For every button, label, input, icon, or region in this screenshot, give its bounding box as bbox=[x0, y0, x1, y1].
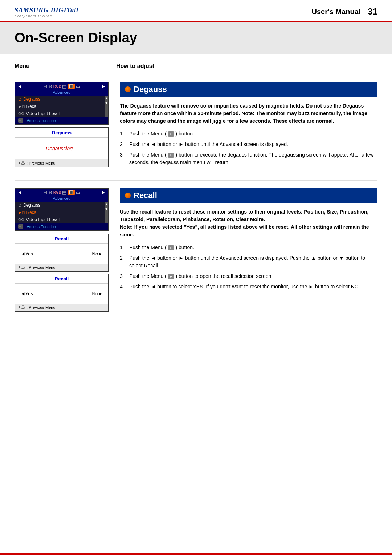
recall-osd-top-icon-bar: ◄ ⊞ ⊕ RGB ▤ 🔳 ▭ ► bbox=[15, 189, 108, 196]
recall-prev-icon-1: +🕹 bbox=[18, 265, 25, 270]
recall-description-bold-text: Use the recall feature to reset these mo… bbox=[120, 209, 368, 222]
osd-access-function: ↵ : Access Function bbox=[15, 117, 108, 124]
degauss-sub-footer: +🕹 : Previous Menu bbox=[15, 159, 108, 167]
main-content: ◄ ⊞ ⊕ RGB ▤ 🔳 ▭ ► Advanced bbox=[0, 74, 392, 332]
degauss-left-panel: ◄ ⊞ ⊕ RGB ▤ 🔳 ▭ ► Advanced bbox=[15, 82, 109, 169]
recall-step-2: 2 Push the ◄ button or ► button until th… bbox=[120, 254, 377, 270]
recall-osd-icons-group: ⊞ ⊕ RGB ▤ 🔳 ▭ bbox=[43, 190, 81, 195]
osd-item-video-label: Video Input Level bbox=[26, 111, 60, 116]
osd-items-container: ⊙ Degauss ►□ Recall ΩΩ Video Input Level bbox=[15, 96, 105, 117]
recall-yes-1[interactable]: ◄Yes bbox=[21, 251, 33, 256]
recall-osd-item-degauss-label: Degauss bbox=[23, 203, 40, 208]
degauss-step-2: 2 Push the ◄ button or ► button until th… bbox=[120, 141, 377, 148]
page-title: On-Screen Display bbox=[15, 30, 377, 46]
page-header: SAMSUNG DIGITall everyone's invited User… bbox=[0, 0, 392, 22]
column-headers: Menu How to adjust bbox=[0, 58, 392, 74]
recall-osd-item-degauss[interactable]: ⊙ Degauss bbox=[15, 202, 105, 209]
recall-step-3: 3 Push the Menu ( ↵ ) button to open the… bbox=[120, 272, 377, 280]
osd-icon-circle: ⊕ bbox=[48, 84, 52, 89]
osd-item-degauss[interactable]: ⊙ Degauss bbox=[15, 96, 105, 103]
recall-step-4: 4 Push the ◄ button to select YES. If yo… bbox=[120, 283, 377, 291]
recall-osd-item-video-input[interactable]: ΩΩ Video Input Level bbox=[15, 216, 105, 223]
col-how-label: How to adjust bbox=[116, 63, 377, 69]
recall-step-text-4: Push the ◄ button to select YES. If you … bbox=[129, 283, 360, 291]
degauss-osd-menu: ◄ ⊞ ⊕ RGB ▤ 🔳 ▭ ► Advanced bbox=[15, 82, 109, 125]
recall-step-num-4: 4 bbox=[120, 283, 126, 291]
recall-arrow-left-icon[interactable]: ◄ bbox=[17, 190, 22, 195]
recall-section-row: ◄ ⊞ ⊕ RGB ▤ 🔳 ▭ ► Advanced ⊙ bbox=[15, 188, 377, 313]
recall-arrow-right-icon[interactable]: ► bbox=[101, 190, 106, 195]
degauss-sub-box: Degauss Degaussing… +🕹 : Previous Menu bbox=[15, 127, 109, 167]
recall-osd-item-recall[interactable]: ►□ Recall bbox=[15, 209, 105, 216]
recall-osd-item-degauss-icon: ⊙ bbox=[18, 203, 21, 208]
osd-icons-group: ⊞ ⊕ RGB ▤ 🔳 ▭ bbox=[43, 84, 81, 89]
prev-menu-label: : Previous Menu bbox=[26, 161, 55, 165]
degauss-sub-text: Degaussing… bbox=[46, 146, 78, 151]
osd-item-recall[interactable]: ►□ Recall bbox=[15, 103, 105, 110]
recall-scroll-up-icon[interactable]: ▲ bbox=[105, 202, 108, 206]
recall-no-2[interactable]: No► bbox=[92, 291, 103, 296]
recall-access-icon: ↵ bbox=[18, 224, 23, 229]
step-text-2: Push the ◄ button or ► button until the … bbox=[129, 141, 288, 148]
page-title-section: On-Screen Display bbox=[0, 22, 392, 54]
degauss-description: The Degauss feature will remove color im… bbox=[120, 102, 377, 125]
logo-area: SAMSUNG DIGITall everyone's invited bbox=[15, 7, 78, 18]
osd-icon-active: 🔳 bbox=[68, 84, 75, 89]
recall-osd-icon-circle: ⊕ bbox=[48, 190, 52, 195]
recall-osd-access-label: : Access Function bbox=[25, 224, 56, 229]
recall-osd-icon-box: ▭ bbox=[76, 190, 80, 195]
recall-osd-menu: ◄ ⊞ ⊕ RGB ▤ 🔳 ▭ ► Advanced ⊙ bbox=[15, 188, 109, 231]
osd-scrollbar-area: ⊙ Degauss ►□ Recall ΩΩ Video Input Level bbox=[15, 96, 108, 117]
step-num-3: 3 bbox=[120, 151, 126, 166]
recall-sub-title-1: Recall bbox=[15, 234, 108, 244]
step-text-1: Push the Menu ( ↵ ) button. bbox=[129, 130, 194, 138]
recall-no-1[interactable]: No► bbox=[92, 251, 103, 256]
prev-menu-icon: +🕹 bbox=[18, 161, 25, 166]
osd-item-degauss-label: Degauss bbox=[23, 97, 40, 102]
recall-heading-label: Recall bbox=[134, 191, 157, 200]
degauss-steps: 1 Push the Menu ( ↵ ) button. 2 Push the… bbox=[120, 130, 377, 166]
step-num-2: 2 bbox=[120, 141, 126, 148]
degauss-right-panel: Degauss The Degauss feature will remove … bbox=[120, 82, 377, 169]
degauss-heading: Degauss bbox=[120, 82, 377, 97]
col-menu-label: Menu bbox=[15, 63, 116, 69]
osd-top-icon-bar: ◄ ⊞ ⊕ RGB ▤ 🔳 ▭ ► bbox=[15, 82, 108, 90]
recall-osd-icon-active: 🔳 bbox=[68, 190, 75, 195]
recall-yes-2[interactable]: ◄Yes bbox=[21, 291, 33, 296]
recall-step-1: 1 Push the Menu ( ↵ ) button. bbox=[120, 244, 377, 251]
logo-brand: SAMSUNG DIGITall bbox=[15, 7, 78, 14]
recall-osd-access-function: ↵ : Access Function bbox=[15, 223, 108, 230]
scroll-up-icon[interactable]: ▲ bbox=[105, 96, 108, 100]
recall-description-note: Note: If you have selected "Yes", all se… bbox=[120, 224, 369, 238]
step-num-1: 1 bbox=[120, 130, 126, 138]
arrow-left-icon[interactable]: ◄ bbox=[17, 84, 22, 89]
osd-scrollbar[interactable]: ▲ ▼ bbox=[105, 96, 108, 117]
recall-prev-label-1: : Previous Menu bbox=[26, 265, 55, 270]
recall-sub-footer-1: +🕹 : Previous Menu bbox=[15, 264, 108, 271]
recall-scroll-down-icon[interactable]: ▼ bbox=[105, 207, 108, 211]
recall-sub-body-1: ◄Yes No► bbox=[15, 244, 108, 264]
osd-item-degauss-icon: ⊙ bbox=[18, 97, 21, 102]
recall-sub-title-2: Recall bbox=[15, 274, 108, 284]
recall-osd-scrollbar[interactable]: ▲ ▼ bbox=[105, 202, 108, 223]
recall-heading: Recall bbox=[120, 188, 377, 203]
scroll-down-icon[interactable]: ▼ bbox=[105, 101, 108, 105]
recall-prev-icon-2: +🕹 bbox=[18, 305, 25, 310]
osd-item-video-input[interactable]: ΩΩ Video Input Level bbox=[15, 110, 105, 117]
step-text-3: Push the Menu ( ↵ ) button to execute th… bbox=[129, 151, 377, 166]
recall-sub-body-2: ◄Yes No► bbox=[15, 284, 108, 304]
degauss-sub-body: Degaussing… bbox=[15, 138, 108, 159]
recall-osd-items-container: ⊙ Degauss ►□ Recall ΩΩ Video Input Level bbox=[15, 202, 105, 223]
page-footer bbox=[0, 553, 392, 555]
degauss-heading-dot bbox=[125, 86, 131, 92]
recall-sub-footer-2: +🕹 : Previous Menu bbox=[15, 304, 108, 311]
degauss-heading-label: Degauss bbox=[134, 85, 167, 94]
recall-description-bold: Use the recall feature to reset these mo… bbox=[120, 208, 377, 239]
recall-osd-item-recall-icon: ►□ bbox=[18, 210, 25, 215]
osd-icon-box: ▭ bbox=[76, 84, 80, 89]
logo-tagline: everyone's invited bbox=[15, 14, 78, 18]
arrow-right-icon[interactable]: ► bbox=[101, 84, 106, 89]
recall-step-num-2: 2 bbox=[120, 254, 126, 270]
degauss-step-1: 1 Push the Menu ( ↵ ) button. bbox=[120, 130, 377, 138]
osd-item-recall-icon: ►□ bbox=[18, 104, 25, 109]
